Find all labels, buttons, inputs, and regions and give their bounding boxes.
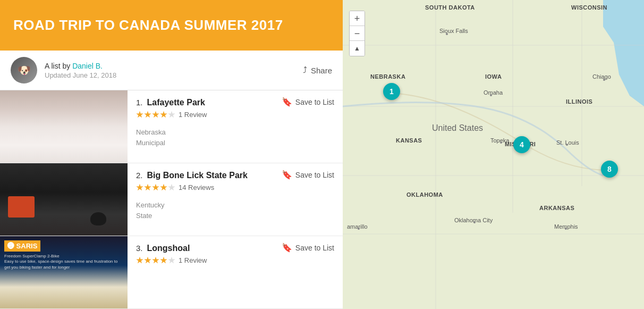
location-line2-1: Municipal [136, 138, 334, 148]
thumbnail-bathroom [0, 90, 128, 163]
header-banner: ROAD TRIP TO CANADA SUMMER 2017 [0, 0, 343, 51]
star-5-empty [168, 111, 175, 119]
city-dot-chicago [603, 79, 605, 81]
map-pin-8[interactable]: 8 [601, 161, 618, 178]
page-title: ROAD TRIP TO CANADA SUMMER 2017 [13, 17, 283, 34]
thumbnail-camping [0, 163, 128, 236]
star-4 [160, 111, 167, 119]
star-4 [160, 184, 167, 191]
city-dot-omaha [490, 94, 492, 96]
save-label-1: Save to List [295, 98, 334, 106]
star-1 [136, 184, 143, 191]
location-line2-2: State [136, 211, 334, 221]
item-title-row-3: 3. Longshoal [136, 244, 190, 253]
list-items: 1. Lafayette Park 🔖 Save to List [0, 90, 343, 309]
star-3 [152, 257, 159, 264]
share-icon: ⤴ [303, 65, 307, 75]
save-label-2: Save to List [295, 171, 334, 179]
author-link[interactable]: Daniel B. [72, 62, 103, 70]
star-4 [160, 257, 167, 264]
star-5-empty [168, 184, 175, 191]
save-to-list-button-3[interactable]: 🔖 Save to List [282, 244, 334, 252]
list-item: 1. Lafayette Park 🔖 Save to List [0, 90, 343, 163]
item-location-1: Nebraska Municipal [136, 127, 334, 148]
bookmark-icon-3: 🔖 [282, 244, 292, 252]
location-line1-1: Nebraska [136, 127, 334, 138]
pin-number-4: 4 [520, 140, 524, 149]
city-dot-memphis [565, 228, 567, 230]
thumbnail-saris: 🅢 SARIS Freedom SuperClamp 2-BikeEasy to… [0, 236, 128, 309]
meta-bar: 🐶 A list by Daniel B. Updated June 12, 2… [0, 51, 343, 90]
left-panel: ROAD TRIP TO CANADA SUMMER 2017 🐶 A list… [0, 0, 343, 309]
map-panel: SOUTH DAKOTA WISCONSIN NEBRASKA IOWA KAN… [343, 0, 644, 309]
item-number-1: 1. [136, 98, 143, 107]
save-to-list-button-2[interactable]: 🔖 Save to List [282, 171, 334, 179]
list-by: A list by Daniel B. [45, 62, 116, 70]
review-count-2: 14 Reviews [179, 183, 214, 191]
bookmark-icon-1: 🔖 [282, 98, 292, 106]
share-label: Share [311, 66, 332, 75]
item-title-row-2: 2. Big Bone Lick State Park [136, 171, 248, 180]
location-line1-2: Kentucky [136, 200, 334, 211]
map-svg [343, 0, 644, 309]
item-content-3: 3. Longshoal 🔖 Save to List [128, 236, 343, 308]
bookmark-icon-2: 🔖 [282, 171, 292, 179]
star-3 [152, 111, 159, 119]
star-2 [144, 257, 151, 264]
city-dot-st-louis [566, 144, 568, 146]
updated-date: Updated June 12, 2018 [45, 71, 116, 79]
item-header-3: 3. Longshoal 🔖 Save to List [136, 244, 334, 253]
reset-bearing-button[interactable]: ▲ [350, 41, 365, 56]
avatar: 🐶 [11, 57, 37, 83]
animal-decoration [90, 212, 106, 226]
svg-rect-0 [343, 0, 644, 309]
chair-decoration [8, 196, 35, 218]
stars-3 [136, 257, 175, 264]
item-name-2: Big Bone Lick State Park [147, 171, 248, 180]
item-number-3: 3. [136, 244, 143, 253]
item-header-1: 1. Lafayette Park 🔖 Save to List [136, 98, 334, 107]
zoom-out-button[interactable]: − [350, 26, 365, 41]
share-button[interactable]: ⤴ Share [303, 65, 332, 75]
list-by-prefix: A list by [45, 62, 70, 70]
review-count-3: 1 Review [179, 256, 207, 264]
saris-logo: 🅢 SARIS [4, 240, 40, 252]
review-count-1: 1 Review [179, 111, 207, 119]
save-to-list-button-1[interactable]: 🔖 Save to List [282, 98, 334, 106]
item-location-2: Kentucky State [136, 200, 334, 221]
stars-row-1: 1 Review [136, 111, 334, 119]
map-pin-1[interactable]: 1 [383, 83, 400, 100]
meta-text: A list by Daniel B. Updated June 12, 201… [45, 62, 116, 79]
list-item-2: 2. Big Bone Lick State Park 🔖 Save to Li… [0, 163, 343, 236]
pin-number-1: 1 [389, 87, 394, 96]
star-2 [144, 111, 151, 119]
stars-2 [136, 184, 175, 191]
city-dot-topeka [500, 141, 502, 144]
stars-1 [136, 111, 175, 119]
meta-left: 🐶 A list by Daniel B. Updated June 12, 2… [11, 57, 116, 83]
item-thumbnail-1 [0, 90, 128, 163]
item-content-1: 1. Lafayette Park 🔖 Save to List [128, 90, 343, 163]
item-title-row-1: 1. Lafayette Park [136, 98, 205, 107]
city-dot-sioux-falls [446, 33, 448, 35]
saris-tagline: Freedom SuperClamp 2-BikeEasy to use bik… [4, 254, 123, 270]
item-thumbnail-3: 🅢 SARIS Freedom SuperClamp 2-BikeEasy to… [0, 236, 128, 309]
item-number-2: 2. [136, 171, 143, 180]
stars-row-2: 14 Reviews [136, 183, 334, 191]
save-label-3: Save to List [295, 244, 334, 252]
pin-number-8: 8 [607, 165, 612, 173]
star-1 [136, 257, 143, 264]
stars-row-3: 1 Review [136, 256, 334, 264]
zoom-in-button[interactable]: + [350, 11, 365, 26]
avatar-image: 🐶 [11, 57, 37, 83]
item-header-2: 2. Big Bone Lick State Park 🔖 Save to Li… [136, 171, 334, 180]
item-thumbnail-2 [0, 163, 128, 236]
star-2 [144, 184, 151, 191]
item-content-2: 2. Big Bone Lick State Park 🔖 Save to Li… [128, 163, 343, 236]
star-5-empty [168, 257, 175, 264]
item-name-1: Lafayette Park [147, 98, 205, 107]
star-3 [152, 184, 159, 191]
map-pin-4[interactable]: 4 [513, 136, 530, 153]
city-dot-oklahoma-city [473, 221, 476, 223]
city-dot-amarillo [358, 228, 360, 230]
